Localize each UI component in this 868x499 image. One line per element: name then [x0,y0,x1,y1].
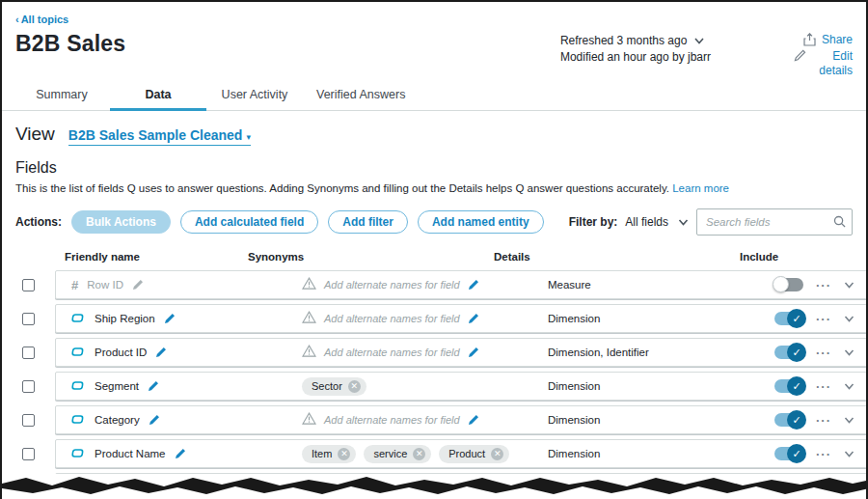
friendly-name-cell: Category [56,411,302,429]
dimension-icon [71,310,86,327]
chevron-down-icon [678,219,689,226]
toggle-knob [773,276,789,292]
actions-label: Actions: [15,215,62,229]
edit-name-icon[interactable] [164,313,176,324]
search-input[interactable] [696,208,853,236]
row-checkbox[interactable] [22,347,35,359]
search-icon [833,215,846,228]
row-menu-icon[interactable]: ··· [816,278,831,292]
warning-icon [302,276,316,293]
expand-row-icon[interactable] [844,383,854,390]
row-menu-icon[interactable]: ··· [816,379,831,394]
edit-name-icon[interactable] [175,448,186,459]
view-dropdown[interactable]: B2B Sales Sample Cleaned▾ [68,127,251,146]
include-cell: ··· [774,278,868,292]
add-calculated-field-button[interactable]: Add calculated field [180,210,318,234]
table-row: SegmentSector✕Dimension✓··· [2,372,866,401]
field-name: Category [95,414,140,426]
tab-summary[interactable]: Summary [14,80,110,110]
friendly-name-cell: Segment [56,377,302,395]
warning-icon [302,344,316,361]
synonyms-cell: Item✕service✕Product✕ [302,441,548,467]
remove-synonym-icon[interactable]: ✕ [348,380,361,393]
table-row: CategoryAdd alternate names for fieldDim… [2,405,866,434]
tab-verified-answers[interactable]: Verified Answers [303,80,419,110]
include-toggle[interactable]: ✓ [774,346,803,359]
include-cell: ✓··· [774,346,868,360]
tab-user-activity[interactable]: User Activity [206,80,303,110]
chevron-left-icon: ‹ [15,14,19,25]
warning-icon [302,411,316,429]
row-checkbox-cell [2,338,55,367]
synonym-text: Product [448,448,485,459]
expand-row-icon[interactable] [844,451,854,457]
synonyms-cell: Add alternate names for field [302,340,548,365]
synonym-text: Sector [312,380,342,392]
edit-name-icon[interactable] [148,380,159,392]
learn-more-link[interactable]: Learn more [672,182,729,194]
row-menu-icon[interactable]: ··· [816,346,831,360]
edit-name-icon[interactable] [132,279,144,291]
chevron-down-icon[interactable] [694,38,704,44]
add-filter-button[interactable]: Add filter [328,210,408,234]
synonym-placeholder: Add alternate names for field [324,347,460,358]
row-checkbox-cell [2,304,55,333]
edit-synonyms-icon[interactable] [468,347,479,358]
filter-by-label: Filter by: [569,215,618,229]
remove-synonym-icon[interactable]: ✕ [413,448,425,460]
remove-synonym-icon[interactable]: ✕ [338,448,350,460]
include-toggle[interactable]: ✓ [774,312,803,325]
synonym-placeholder: Add alternate names for field [324,313,460,324]
column-synonyms: Synonyms [248,251,494,263]
fields-description: This is the list of fields Q uses to ans… [2,177,866,194]
toggle-knob: ✓ [787,444,806,463]
field-name: Segment [95,380,139,392]
row-checkbox[interactable] [22,448,35,460]
synonyms-cell: Add alternate names for field [302,272,548,297]
field-row-card: #Row IDAdd alternate names for fieldMeas… [55,270,868,299]
details-cell: Dimension, Identifier [548,347,774,358]
edit-name-icon[interactable] [149,414,160,426]
row-menu-icon[interactable]: ··· [816,447,831,461]
filter-dropdown[interactable]: All fields [625,215,689,229]
back-to-all-topics-link[interactable]: ‹All topics [15,14,68,25]
row-menu-icon[interactable]: ··· [816,413,831,428]
add-named-entity-button[interactable]: Add named entity [418,210,544,234]
include-toggle[interactable]: ✓ [774,447,803,460]
details-text: Dimension [548,313,600,324]
edit-details-button[interactable]: Edit details [812,49,853,78]
edit-synonyms-icon[interactable] [468,279,479,291]
tab-data[interactable]: Data [110,80,206,110]
toggle-knob: ✓ [787,343,806,362]
remove-synonym-icon[interactable]: ✕ [491,448,503,460]
expand-row-icon[interactable] [844,349,854,356]
synonyms-cell: Add alternate names for field [302,407,548,432]
expand-row-icon[interactable] [844,282,854,289]
row-menu-icon[interactable]: ··· [816,312,831,326]
bulk-actions-button[interactable]: Bulk Actions [71,210,171,234]
synonym-text: Item [312,448,332,459]
expand-row-icon[interactable] [844,417,854,424]
details-cell: Dimension [548,380,774,392]
row-checkbox[interactable] [22,313,35,325]
edit-name-icon[interactable] [155,347,167,358]
edit-synonyms-icon[interactable] [468,414,479,426]
table-row: Product IDAdd alternate names for fieldD… [2,338,866,367]
tab-bar: Summary Data User Activity Verified Answ… [2,80,866,111]
details-text: Measure [548,279,591,291]
row-checkbox[interactable] [22,279,35,291]
column-include: Include [720,251,855,263]
row-checkbox[interactable] [22,414,35,427]
row-checkbox[interactable] [22,380,35,393]
field-name: Ship Region [95,313,155,324]
include-toggle[interactable]: ✓ [774,413,803,427]
include-toggle[interactable] [774,278,803,291]
details-text: Dimension, Identifier [548,347,649,358]
column-friendly-name: Friendly name [2,251,248,263]
expand-row-icon[interactable] [844,316,854,322]
share-button[interactable]: Share [822,33,853,47]
edit-synonyms-icon[interactable] [468,313,479,324]
field-row-card: Ship RegionAdd alternate names for field… [55,304,868,333]
include-toggle[interactable]: ✓ [774,379,803,393]
toggle-knob: ✓ [787,410,806,430]
